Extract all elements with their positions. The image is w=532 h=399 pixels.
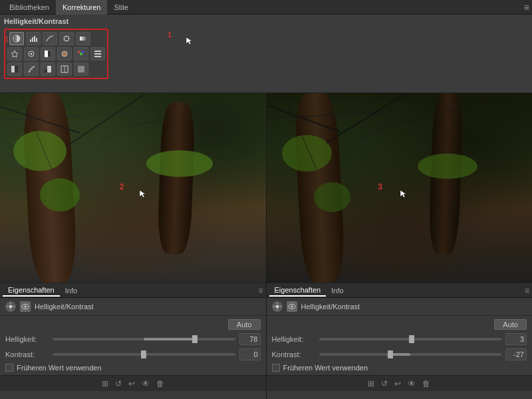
hsl-tool[interactable] (24, 47, 39, 61)
invert-tool[interactable] (7, 63, 22, 76)
left-brightness-thumb[interactable] (192, 335, 198, 343)
main-content: 2 Eigenschaften Info ≡ (0, 93, 532, 399)
right-auto-button[interactable]: Auto (494, 319, 527, 330)
exposure-tool[interactable] (59, 32, 74, 45)
svg-rect-23 (45, 69, 47, 72)
left-image-area: 2 (0, 93, 266, 283)
left-layers-icon[interactable]: ⊞ (102, 379, 108, 388)
svg-marker-35 (140, 190, 146, 198)
left-prop-header: Helligkeit/Kontrast (0, 298, 266, 316)
left-prop-footer: ⊞ ↺ ↩ 👁 🗑 (0, 375, 266, 391)
right-visibility-icon[interactable] (287, 301, 297, 312)
left-delete-icon[interactable]: 🗑 (156, 379, 164, 388)
svg-point-42 (25, 306, 27, 308)
posterize-tool[interactable] (24, 63, 39, 76)
left-tab-info[interactable]: Info (60, 285, 82, 296)
correction-title: Helligkeit/Kontrast (4, 17, 528, 25)
right-checkbox[interactable] (272, 364, 280, 372)
curves-tool[interactable] (43, 32, 57, 45)
left-visibility-footer-icon[interactable]: 👁 (142, 379, 150, 388)
right-brightness-thumb[interactable] (409, 335, 414, 343)
svg-rect-18 (94, 51, 101, 52)
left-prop-menu-icon[interactable]: ≡ (258, 286, 263, 295)
right-tab-eigenschaften[interactable]: Eigenschaften (269, 285, 327, 297)
svg-rect-10 (45, 51, 48, 57)
right-prop-header: Helligkeit/Kontrast (267, 298, 533, 316)
right-contrast-value[interactable]: -27 (505, 348, 527, 360)
left-contrast-track[interactable] (53, 353, 235, 356)
photo-filter-tool[interactable] (57, 47, 72, 61)
right-prop-title: Helligkeit/Kontrast (301, 303, 527, 311)
cursor-2 (138, 189, 148, 200)
left-checkbox-row: Früheren Wert verwenden (5, 364, 261, 372)
svg-rect-22 (15, 66, 18, 72)
right-history-icon[interactable]: ↺ (381, 379, 388, 388)
threshold-tool[interactable] (41, 63, 55, 76)
svg-line-47 (283, 93, 317, 170)
cursor-1 (185, 36, 194, 47)
left-panel: 2 Eigenschaften Info ≡ (0, 93, 266, 399)
svg-rect-21 (11, 66, 15, 72)
branches-left (0, 93, 266, 283)
right-visibility-footer-icon[interactable]: 👁 (408, 379, 416, 388)
tab-bibliotheken[interactable]: Bibliotheken (3, 0, 56, 15)
left-contrast-label: Kontrast: (5, 350, 49, 358)
left-forest-image: 2 (0, 93, 266, 283)
left-contrast-thumb[interactable] (141, 350, 146, 358)
gradient-tool[interactable] (76, 32, 90, 45)
svg-line-31 (66, 93, 146, 146)
left-brightness-icon (5, 301, 16, 312)
left-prop-title: Helligkeit/Kontrast (35, 303, 261, 311)
right-layers-icon[interactable]: ⊞ (368, 379, 374, 388)
right-delete-icon[interactable]: 🗑 (422, 379, 430, 388)
left-checkbox[interactable] (5, 364, 13, 372)
svg-rect-24 (47, 66, 51, 72)
left-tab-eigenschaften[interactable]: Eigenschaften (3, 285, 60, 297)
tab-korrekturen[interactable]: Korrekturen (56, 0, 107, 15)
right-contrast-row: Kontrast: -27 (272, 348, 527, 360)
right-brightness-track[interactable] (319, 338, 502, 340)
left-auto-button[interactable]: Auto (228, 319, 261, 330)
left-visibility-icon[interactable] (20, 301, 31, 312)
color-lookup-tool[interactable] (90, 47, 105, 61)
svg-point-9 (31, 53, 33, 55)
step-1-indicator: 1 (168, 31, 172, 39)
svg-rect-17 (82, 51, 84, 53)
tool-highlight-box: 1 (4, 29, 108, 79)
selective-color-tool[interactable] (57, 63, 72, 76)
right-contrast-label: Kontrast: (272, 350, 315, 358)
solid-fill-tool[interactable] (74, 63, 88, 76)
right-undo-icon[interactable]: ↩ (394, 379, 401, 388)
left-contrast-row: Kontrast: 0 (5, 348, 261, 360)
svg-line-34 (133, 106, 213, 126)
left-brightness-value[interactable]: 78 (239, 333, 261, 345)
right-contrast-thumb[interactable] (388, 350, 393, 358)
svg-rect-7 (80, 37, 86, 41)
svg-point-50 (275, 305, 279, 309)
svg-line-30 (0, 113, 133, 120)
brightness-contrast-tool[interactable] (9, 32, 24, 45)
tab-stile[interactable]: Stile (107, 0, 134, 15)
left-undo-icon[interactable]: ↩ (128, 379, 135, 388)
left-history-icon[interactable]: ↺ (115, 379, 122, 388)
right-tab-info[interactable]: Info (326, 285, 348, 296)
vibrance-tool[interactable] (7, 47, 22, 61)
left-contrast-value[interactable]: 0 (239, 348, 261, 360)
tool-row-1: 1 (7, 32, 105, 45)
svg-rect-4 (34, 36, 35, 42)
right-contrast-track[interactable] (319, 353, 502, 356)
right-brightness-value[interactable]: 3 (505, 333, 527, 345)
right-panel: 3 Eigenschaften Info ≡ (267, 93, 533, 399)
svg-rect-19 (94, 53, 101, 55)
left-brightness-track[interactable] (53, 338, 235, 340)
levels-tool[interactable] (26, 32, 41, 45)
channel-mixer-tool[interactable] (74, 47, 88, 61)
right-forest-image: 3 (267, 93, 533, 283)
svg-rect-2 (30, 39, 31, 42)
right-prop-menu-icon[interactable]: ≡ (525, 286, 529, 295)
step-3-indicator: 3 (378, 182, 382, 192)
panel-menu-icon[interactable]: ≡ (524, 2, 529, 13)
right-properties-panel: Eigenschaften Info ≡ (267, 283, 533, 399)
bw-tool[interactable] (41, 47, 55, 61)
right-prop-footer: ⊞ ↺ ↩ 👁 🗑 (267, 375, 533, 391)
